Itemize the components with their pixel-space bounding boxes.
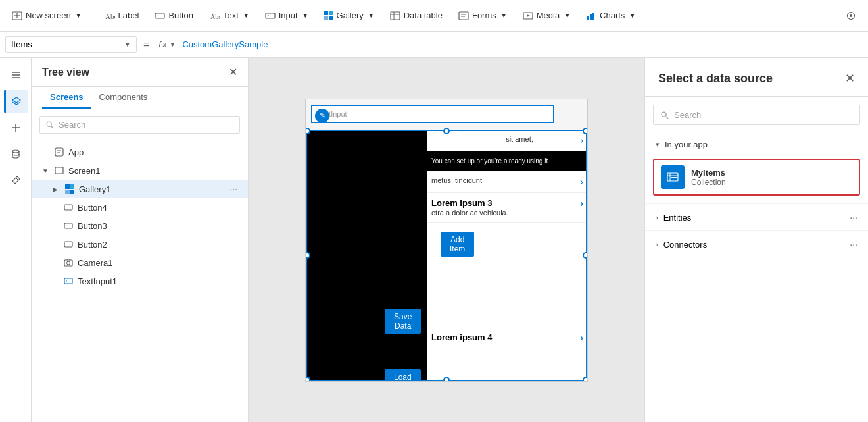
canvas-inner: TextInput ✎ sit amet, › You can [305,99,588,382]
tree-item-button2[interactable]: Button2 [32,235,248,253]
tree-search-input[interactable] [59,120,234,130]
fx-symbol: fx ▼ [156,40,178,49]
ds-header: Select a data source ✕ [645,58,868,97]
in-your-app-chevron-icon: ▾ [656,140,660,149]
tree-header: Tree view ✕ [32,58,248,87]
settings-button[interactable] [839,7,863,24]
layers-icon [11,96,22,107]
canvas-textinput[interactable]: TextInput [311,105,554,123]
screen1-expand-icon: ▼ [42,167,50,174]
tree-item-camera1[interactable]: Camera1 [32,253,248,272]
svg-line-30 [51,126,54,128]
connectors-more-icon[interactable]: ··· [850,239,857,250]
entities-more-icon[interactable]: ··· [850,212,857,223]
ds-close-button[interactable]: ✕ [845,71,855,86]
sidebar-icon-tools[interactable] [4,169,28,192]
myitems-info: MyItems Collection [691,168,852,187]
connectors-chevron-icon: › [656,240,658,248]
formula-bar: Items ▼ = fx ▼ [0,32,868,58]
media-button[interactable]: Media ▼ [516,7,577,24]
input-icon [265,11,276,21]
gallery-button[interactable]: Gallery ▼ [318,7,381,24]
hamburger-icon [11,70,21,80]
ds-search-input[interactable] [674,110,853,120]
toolbar: New screen ▼ Abc Label Button Abc Text ▼… [0,0,868,32]
input-button[interactable]: Input ▼ [258,7,315,24]
charts-button[interactable]: Charts ▼ [579,7,642,24]
gallery-arrow-4: › [580,332,583,343]
gallery1-expand-icon: ▶ [53,186,60,193]
save-data-btn[interactable]: Save Data [385,309,421,334]
sidebar-icon-plus[interactable] [4,116,28,140]
svg-point-27 [12,150,19,153]
svg-rect-16 [587,16,589,20]
tab-components[interactable]: Components [91,87,156,109]
gallery1-more-icon[interactable]: ··· [229,184,237,194]
load-data-btn[interactable]: Load Data [385,369,421,382]
sidebar-icon-menu[interactable] [4,63,28,87]
screen1-icon [54,165,64,176]
svg-rect-17 [590,14,592,20]
tab-screens[interactable]: Screens [42,87,91,109]
tree-search-icon [45,120,55,130]
sidebar-icon-layers[interactable] [4,90,28,113]
toolbar-right [839,7,863,24]
button-icon [155,11,165,21]
toolbar-sep-1 [93,7,93,25]
svg-rect-38 [64,260,72,266]
new-screen-icon [12,11,22,21]
text-button[interactable]: Abc Text ▼ [203,7,256,24]
tree-item-app[interactable]: App [32,143,248,161]
svg-marker-15 [527,14,530,17]
forms-icon [458,11,469,21]
myitems-collection-icon [666,171,679,184]
label-button[interactable]: Abc Label [98,7,146,24]
ds-item-myitems[interactable]: MyItems Collection [653,159,860,196]
formula-bar-select[interactable]: Items ▼ [5,36,137,53]
text-caret: ▼ [243,13,249,19]
canvas-area: TextInput ✎ sit amet, › You can [249,58,644,422]
sidebar-icon-database[interactable] [4,142,28,166]
button-button[interactable]: Button [148,7,200,24]
app-label: App [68,147,237,157]
tree-list: App ▼ Screen1 ▶ [32,140,248,422]
entities-label: Entities [663,213,692,223]
ds-connectors-left: › Connectors [656,240,707,250]
svg-point-42 [662,112,666,117]
svg-rect-40 [64,278,72,284]
tree-item-textinput1[interactable]: TextInput1 [32,272,248,290]
tree-item-gallery1[interactable]: ▶ Gallery1 ··· [32,180,248,198]
data-table-button[interactable]: Data table [383,7,449,24]
text-icon: Abc [209,11,220,21]
gallery-row-4: Lorem ipsum 4 › [427,327,587,348]
select-caret-icon: ▼ [124,41,131,48]
ds-in-your-app-header[interactable]: ▾ In your app [645,133,868,156]
entities-chevron-icon: › [656,213,658,221]
ds-entities-left: › Entities [656,213,691,223]
svg-rect-36 [64,223,72,228]
ds-entities-section[interactable]: › Entities ··· [645,203,868,230]
button2-label: Button2 [78,240,237,250]
ds-search-container [653,105,860,125]
settings-icon [846,11,856,21]
canvas-edit-button[interactable]: ✎ [315,109,329,123]
new-screen-button[interactable]: New screen ▼ [5,7,88,24]
add-icon [11,122,21,133]
ds-connectors-section[interactable]: › Connectors ··· [645,230,868,257]
tree-item-button3[interactable]: Button3 [32,217,248,235]
svg-rect-47 [671,177,677,178]
tree-item-screen1[interactable]: ▼ Screen1 [32,161,248,180]
svg-rect-18 [592,13,594,20]
button3-label: Button3 [78,221,237,231]
formula-input[interactable] [182,40,863,49]
svg-point-29 [47,122,51,126]
add-item-btn[interactable]: Add Item [441,232,474,257]
svg-line-28 [16,178,18,180]
svg-line-43 [666,116,669,119]
tree-close-button[interactable]: ✕ [229,66,237,78]
myitems-name: MyItems [691,168,852,178]
tree-item-button4[interactable]: Button4 [32,198,248,217]
data-table-icon [390,11,400,21]
button4-icon [63,202,74,213]
forms-button[interactable]: Forms ▼ [452,7,514,24]
